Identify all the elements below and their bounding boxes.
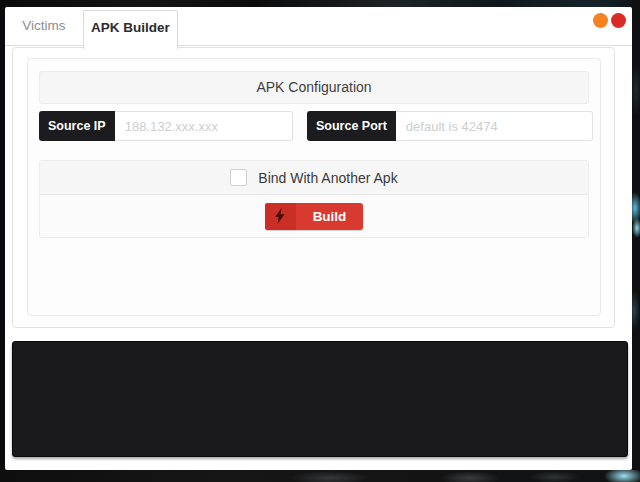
bind-apk-label: Bind With Another Apk [258, 170, 397, 186]
build-button-label: Build [296, 203, 364, 230]
wallpaper-right-edge [631, 0, 640, 482]
minimize-button[interactable] [593, 13, 608, 28]
tab-apk-builder[interactable]: APK Builder [83, 10, 178, 49]
options-container: Bind With Another Apk Build [39, 160, 589, 238]
app-window: Victims APK Builder APK Configuration So… [5, 7, 632, 470]
apk-config-form: APK Configuration Source IP Source Port … [27, 58, 601, 316]
section-title: APK Configuration [39, 71, 589, 104]
build-row: Build [40, 195, 588, 237]
connection-form-row: Source IP Source Port [39, 111, 589, 141]
source-port-group: Source Port [307, 111, 593, 141]
source-ip-group: Source IP [39, 111, 293, 141]
source-ip-label: Source IP [39, 111, 115, 141]
tab-bar: Victims APK Builder [5, 7, 632, 46]
wallpaper-bottom-edge [0, 470, 640, 482]
source-port-label: Source Port [307, 111, 396, 141]
build-button[interactable]: Build [265, 203, 364, 230]
tab-victims[interactable]: Victims [5, 7, 83, 45]
apk-builder-panel: APK Configuration Source IP Source Port … [12, 47, 615, 328]
source-ip-input[interactable] [115, 111, 293, 141]
bind-apk-checkbox[interactable] [230, 169, 247, 186]
bind-apk-row[interactable]: Bind With Another Apk [40, 161, 588, 195]
source-port-input[interactable] [396, 111, 593, 141]
close-button[interactable] [611, 13, 626, 28]
lightning-bolt-icon [265, 203, 296, 230]
build-log-console[interactable] [12, 341, 628, 457]
window-controls [593, 13, 626, 31]
